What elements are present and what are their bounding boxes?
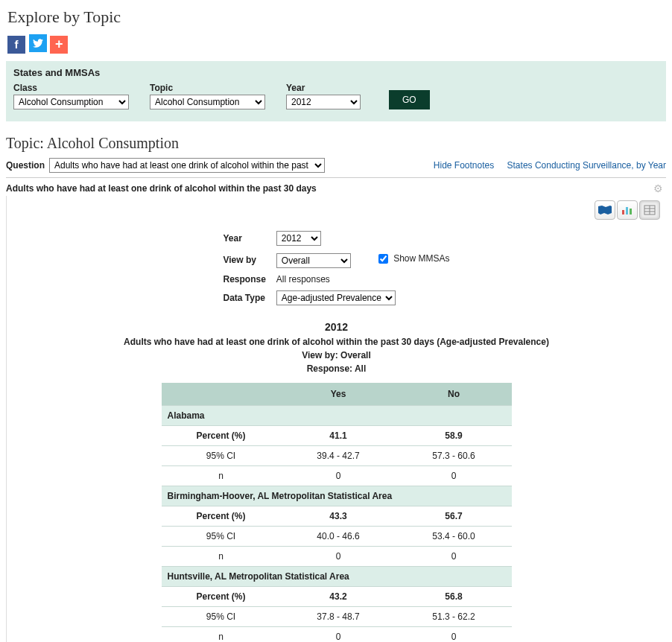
svg-rect-1 [626,207,628,214]
result-year: 2012 [10,320,663,335]
group-header: Alabama [162,405,512,425]
cell-no: 0 [396,546,512,566]
col-yes: Yes [281,383,396,406]
ctrl-response-label: Response [218,272,270,287]
ctrl-datatype-select[interactable]: Age-adjusted Prevalence [276,290,396,305]
question-subtitle: Adults who have had at least one drink o… [6,183,317,194]
cell-yes: 39.4 - 42.7 [281,445,396,465]
group-header: Birmingham-Hoover, AL Metropolitan Stati… [162,486,512,506]
row-label: Percent (%) [162,586,281,606]
cell-no: 0 [396,465,512,486]
cell-yes: 40.0 - 46.6 [281,526,396,546]
row-label: n [162,465,281,486]
col-no: No [396,383,512,406]
show-mmsas-checkbox[interactable] [378,254,388,264]
filter-panel-title: States and MMSAs [13,67,659,78]
row-label: Percent (%) [162,425,281,445]
right-links: Hide Footnotes States Conducting Surveil… [423,160,666,171]
go-button[interactable]: GO [389,90,430,109]
cell-yes: 0 [281,465,396,486]
table-view-icon[interactable] [639,200,660,220]
row-label: n [162,546,281,566]
result-response: Response: All [10,362,663,375]
cell-yes: 37.8 - 48.7 [281,606,396,626]
year-select[interactable]: 2012 [286,95,361,109]
row-label: 95% CI [162,445,281,465]
group-header: Huntsville, AL Metropolitan Statistical … [162,566,512,586]
row-label: 95% CI [162,526,281,546]
map-view-icon[interactable] [595,200,615,220]
result-title: Adults who have had at least one drink o… [10,335,663,349]
cell-no: 57.3 - 60.6 [396,445,512,465]
cell-yes: 0 [281,626,396,642]
ctrl-year-label: Year [218,229,270,248]
class-select[interactable]: Alcohol Consumption [13,95,129,109]
ctrl-viewby-select[interactable]: Overall [276,253,351,268]
topic-label: Topic [150,83,265,93]
result-header: 2012 Adults who have had at least one dr… [10,320,663,375]
cell-yes: 0 [281,546,396,566]
topic-select[interactable]: Alcohol Consumption [150,95,265,109]
row-label: 95% CI [162,606,281,626]
row-label: n [162,626,281,642]
cell-yes: 43.3 [281,506,396,526]
share-row: f + [7,34,666,54]
svg-rect-2 [630,209,632,214]
show-mmsas-label: Show MMSAs [393,253,449,264]
question-label: Question [6,160,45,171]
year-label: Year [286,83,361,93]
topic-heading: Topic: Alcohol Consumption [6,135,666,152]
chart-view-icon[interactable] [617,200,638,220]
twitter-icon[interactable] [29,34,47,52]
cell-yes: 43.2 [281,586,396,606]
cell-no: 0 [396,626,512,642]
row-label: Percent (%) [162,506,281,526]
ctrl-viewby-label: View by [218,250,270,270]
cell-no: 58.9 [396,425,512,445]
controls-table: Year 2012 View by Overall Show MMSAs Res… [217,227,455,309]
cell-no: 53.4 - 60.0 [396,526,512,546]
result-viewby: View by: Overall [10,349,663,362]
ctrl-response-value: All responses [272,272,454,287]
data-table: Yes No AlabamaPercent (%)41.158.995% CI3… [162,383,512,643]
gear-icon[interactable]: ⚙ [653,182,666,194]
cell-yes: 41.1 [281,425,396,445]
facebook-icon[interactable]: f [7,36,25,54]
cell-no: 56.7 [396,506,512,526]
content-area: Year 2012 View by Overall Show MMSAs Res… [6,196,666,643]
cell-no: 51.3 - 62.2 [396,606,512,626]
ctrl-year-select[interactable]: 2012 [276,231,321,246]
cell-no: 56.8 [396,586,512,606]
class-label: Class [13,83,129,93]
page-title: Explore by Topic [7,7,666,27]
states-surveillance-link[interactable]: States Conducting Surveillance, by Year [507,160,666,171]
filter-panel: States and MMSAs Class Alcohol Consumpti… [6,61,666,121]
svg-rect-0 [622,210,624,214]
hide-footnotes-link[interactable]: Hide Footnotes [434,160,494,171]
question-row: Question Adults who have had at least on… [6,158,666,178]
addthis-icon[interactable]: + [50,36,68,54]
question-select[interactable]: Adults who have had at least one drink o… [49,158,325,173]
ctrl-datatype-label: Data Type [218,288,270,308]
